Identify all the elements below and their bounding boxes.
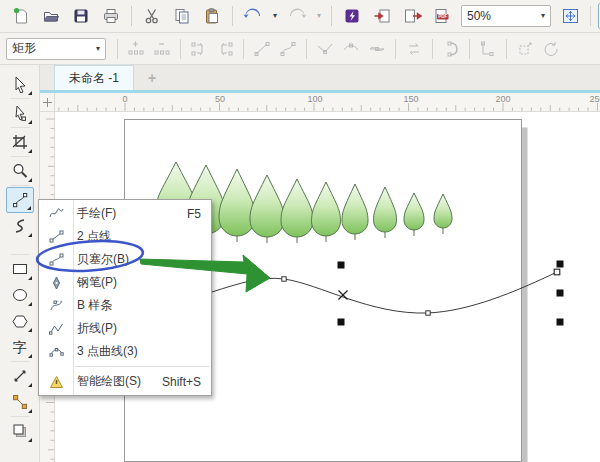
- document-tab-label: 未命名 -1: [69, 70, 119, 87]
- paste-button[interactable]: [199, 4, 225, 28]
- close-curve-icon: [442, 40, 460, 58]
- curve-end-node: [554, 269, 560, 275]
- shape-type-value: 矩形: [12, 40, 96, 57]
- symmetrical-node-icon: [368, 40, 386, 58]
- polygon-tool-icon: [12, 314, 28, 329]
- chevron-down-icon: ▾: [317, 12, 321, 20]
- add-node-icon: [127, 40, 145, 58]
- rotate-nodes-button: [539, 38, 563, 60]
- join-nodes-icon: [190, 40, 208, 58]
- symmetrical-node-button: [365, 38, 389, 60]
- two-point-line-icon: [39, 230, 73, 243]
- reverse-direction-icon: [405, 40, 423, 58]
- ellipse-tool-button[interactable]: [6, 282, 34, 308]
- application-launcher-button[interactable]: [339, 4, 365, 28]
- publish-pdf-button[interactable]: PDF: [429, 4, 455, 28]
- selection-handle[interactable]: [557, 261, 564, 268]
- copy-button[interactable]: [169, 4, 195, 28]
- artistic-media-tool-button[interactable]: [6, 213, 34, 239]
- flyout-corner-icon: [28, 149, 32, 153]
- dimension-tool-icon: [12, 368, 28, 384]
- menu-item-label: 手绘(F): [73, 205, 187, 222]
- flyout-corner-icon: [28, 91, 32, 95]
- ruler-origin-button[interactable]: [40, 93, 55, 112]
- redo-dropdown-button[interactable]: ▾: [314, 4, 324, 28]
- cut-button[interactable]: [139, 4, 165, 28]
- polygon-tool-button[interactable]: [6, 308, 34, 334]
- shape-type-combo[interactable]: 矩形 ▾: [6, 38, 106, 60]
- cut-scissors-icon: [143, 7, 161, 25]
- pen-icon: [39, 276, 73, 290]
- toolbox: 字: [0, 65, 40, 462]
- selection-handle[interactable]: [557, 319, 564, 326]
- zoom-to-fit-button[interactable]: [557, 4, 583, 28]
- menu-item-label: 钢笔(P): [73, 274, 201, 291]
- text-tool-button[interactable]: 字: [6, 334, 34, 360]
- cusp-node-icon: [316, 40, 334, 58]
- save-button[interactable]: [68, 4, 94, 28]
- new-document-button[interactable]: [8, 4, 34, 28]
- import-button[interactable]: [369, 4, 395, 28]
- new-tab-button[interactable]: +: [142, 69, 162, 87]
- menu-item-label: B 样条: [73, 297, 201, 314]
- convert-to-curve-icon: [279, 40, 297, 58]
- new-document-icon: [12, 7, 30, 25]
- menu-item-2-point-line[interactable]: 2 点线: [39, 225, 211, 248]
- drop-shadow-tool-button[interactable]: [6, 418, 34, 444]
- join-nodes-button: [187, 38, 211, 60]
- ruler-label: 50: [215, 94, 225, 104]
- extract-subpath-button: [476, 38, 500, 60]
- ellipse-tool-icon: [12, 288, 28, 302]
- menu-item-freehand[interactable]: 手绘(F) F5: [39, 202, 211, 225]
- toolbar-separator: [469, 39, 470, 59]
- selection-handle[interactable]: [338, 319, 345, 326]
- menu-item-bezier[interactable]: 贝塞尔(B): [39, 248, 211, 271]
- shape-tool-button[interactable]: [6, 100, 34, 126]
- menu-item-shortcut: F5: [187, 207, 211, 221]
- menu-item-b-spline[interactable]: B 样条: [39, 294, 211, 317]
- document-tab[interactable]: 未命名 -1: [54, 65, 134, 90]
- export-button[interactable]: [399, 4, 425, 28]
- undo-icon: [243, 7, 263, 25]
- crop-tool-button[interactable]: [6, 129, 34, 155]
- menu-item-pen[interactable]: 钢笔(P): [39, 271, 211, 294]
- toolbar-separator: [117, 39, 118, 59]
- artistic-media-icon: [12, 218, 28, 234]
- print-icon: [102, 7, 120, 25]
- flyout-corner-icon: [28, 233, 32, 237]
- flyout-corner-icon: [28, 178, 32, 182]
- convert-to-line-button: [250, 38, 274, 60]
- toolbar-separator: [306, 39, 307, 59]
- cusp-node-button: [313, 38, 337, 60]
- pick-tool-button[interactable]: [6, 71, 34, 97]
- flyout-corner-icon: [27, 206, 31, 210]
- shape-tool-icon: [12, 105, 28, 122]
- selection-handle[interactable]: [557, 290, 564, 297]
- redo-button[interactable]: [284, 4, 310, 28]
- menu-item-label: 3 点曲线(3): [73, 343, 201, 360]
- selection-handle[interactable]: [338, 262, 345, 269]
- toolbox-separator: [10, 361, 30, 362]
- zoom-tool-icon: [12, 163, 28, 179]
- connector-tool-button[interactable]: [6, 389, 34, 415]
- undo-dropdown-button[interactable]: ▾: [270, 4, 280, 28]
- scale-nodes-icon: [516, 40, 534, 58]
- parallel-dimension-tool-button[interactable]: [6, 363, 34, 389]
- print-button[interactable]: [98, 4, 124, 28]
- menu-item-3-point-curve[interactable]: 3 点曲线(3): [39, 340, 211, 363]
- open-button[interactable]: [38, 4, 64, 28]
- zoom-level-combo[interactable]: 50% ▾: [461, 5, 551, 27]
- menu-item-polyline[interactable]: 折线(P): [39, 317, 211, 340]
- svg-text:PDF: PDF: [438, 14, 447, 19]
- zoom-to-fit-icon: [561, 7, 580, 25]
- rectangle-tool-button[interactable]: [6, 256, 34, 282]
- undo-button[interactable]: [240, 4, 266, 28]
- toolbar-separator: [131, 6, 132, 26]
- ruler-label: 250: [589, 94, 600, 104]
- standard-toolbar: ▾ ▾ PDF 50% ▾: [0, 0, 600, 33]
- flyout-corner-icon: [28, 383, 32, 387]
- zoom-tool-button[interactable]: [6, 158, 34, 184]
- horizontal-ruler[interactable]: 0 50 100 150 200 250: [55, 93, 600, 112]
- menu-item-smart-drawing[interactable]: 智能绘图(S) Shift+S: [39, 370, 211, 393]
- freehand-tool-button[interactable]: [6, 187, 34, 213]
